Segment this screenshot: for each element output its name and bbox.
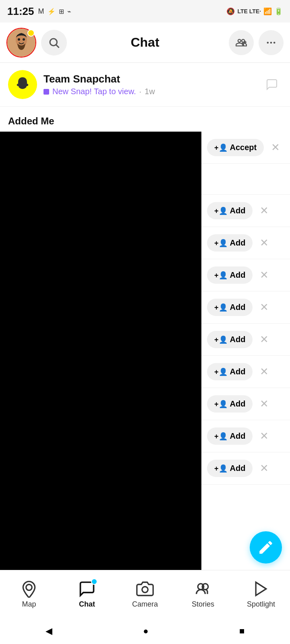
battery-icon: 🔋 <box>274 7 283 16</box>
home-button[interactable]: ● <box>143 626 148 636</box>
camera-nav-label: Camera <box>132 600 158 609</box>
stories-icon-wrap <box>194 580 212 598</box>
back-button[interactable]: ◀ <box>46 626 52 636</box>
blacked-out-profiles <box>0 132 201 582</box>
snapchat-ghost-icon <box>13 75 32 94</box>
add-friend-icon-small: +👤 <box>214 143 228 152</box>
camera-icon-wrap <box>136 580 154 598</box>
compose-fab-button[interactable] <box>250 531 282 564</box>
search-button[interactable] <box>41 30 67 56</box>
table-row: +👤 Add ✕ <box>201 195 290 227</box>
stories-nav-label: Stories <box>192 600 214 609</box>
add-friend-icon-small: +👤 <box>214 432 228 441</box>
team-snapchat-name: Team Snapchat <box>44 73 262 85</box>
header-actions <box>229 30 284 55</box>
add-button-7[interactable]: +👤 Add <box>207 395 253 413</box>
chat-bubble-icon <box>265 78 278 91</box>
team-snapchat-row[interactable]: Team Snapchat New Snap! Tap to view. · 1… <box>0 63 290 107</box>
nav-item-spotlight[interactable]: Spotlight <box>232 580 290 609</box>
content-area: +👤 Accept ✕ +👤 Add ✕ +👤 Add ✕ +👤 <box>0 132 290 582</box>
search-icon <box>48 37 60 49</box>
svg-point-12 <box>142 587 148 593</box>
svg-marker-15 <box>256 582 266 596</box>
add-friend-button[interactable] <box>229 30 254 55</box>
add-friend-icon-small: +👤 <box>214 239 228 248</box>
map-icon <box>20 580 38 598</box>
lte-icon: LTE LTE· <box>237 8 261 14</box>
friend-requests-area: +👤 Accept ✕ +👤 Add ✕ +👤 Add ✕ +👤 <box>201 132 290 485</box>
table-row: +👤 Add ✕ <box>201 420 290 452</box>
messenger-icon: ⚡ <box>48 8 56 15</box>
dismiss-button-8[interactable]: ✕ <box>257 428 272 444</box>
svg-point-9 <box>270 41 272 43</box>
snap-time: 1w <box>145 87 155 96</box>
add-label-8: Add <box>230 431 246 441</box>
teams-icon: ⊞ <box>59 8 64 15</box>
add-friend-icon-small: +👤 <box>214 400 228 409</box>
add-button-5[interactable]: +👤 Add <box>207 331 253 348</box>
spotlight-nav-label: Spotlight <box>247 600 275 609</box>
add-friend-icon <box>236 37 247 48</box>
add-friend-icon-small: +👤 <box>214 303 228 312</box>
table-row: +👤 Add ✕ <box>201 259 290 291</box>
status-left-icons: M ⚡ ⊞ ⌁ <box>38 7 71 16</box>
nav-item-stories[interactable]: Stories <box>174 580 232 609</box>
team-snapchat-sub: New Snap! Tap to view. · 1w <box>44 87 262 96</box>
svg-point-3 <box>23 38 25 41</box>
add-label-1: Add <box>230 206 246 215</box>
nav-item-map[interactable]: Map <box>0 580 58 609</box>
snapchat-chat-icon-button[interactable] <box>262 74 282 95</box>
table-row: +👤 Add ✕ <box>201 291 290 324</box>
dismiss-button-2[interactable]: ✕ <box>257 235 272 251</box>
dismiss-button-3[interactable]: ✕ <box>257 267 272 283</box>
add-button-4[interactable]: +👤 Add <box>207 299 253 316</box>
add-button-9[interactable]: +👤 Add <box>207 460 253 477</box>
map-icon-wrap <box>20 580 38 598</box>
user-avatar[interactable] <box>6 28 36 58</box>
stories-icon <box>194 580 212 598</box>
add-label-3: Add <box>230 270 246 280</box>
accept-label: Accept <box>230 143 257 152</box>
gmail-icon: M <box>38 7 44 16</box>
more-options-button[interactable] <box>259 30 284 55</box>
add-button-6[interactable]: +👤 Add <box>207 363 253 380</box>
table-row: +👤 Add ✕ <box>201 452 290 485</box>
add-friend-icon-small: +👤 <box>214 271 228 280</box>
svg-point-11 <box>26 584 32 590</box>
dismiss-button-4[interactable]: ✕ <box>257 299 272 315</box>
dismiss-button-1[interactable]: ✕ <box>257 203 272 219</box>
add-friend-icon-small: +👤 <box>214 335 228 344</box>
dismiss-button-9[interactable]: ✕ <box>257 460 272 476</box>
accept-button[interactable]: +👤 Accept <box>207 139 264 156</box>
add-label-7: Add <box>230 399 246 409</box>
snap-indicator-dot <box>44 89 49 95</box>
add-label-2: Add <box>230 238 246 248</box>
dismiss-button-0[interactable]: ✕ <box>268 140 283 155</box>
status-left: 11:25 M ⚡ ⊞ ⌁ <box>7 5 71 18</box>
add-friend-icon-small: +👤 <box>214 464 228 473</box>
nav-item-camera[interactable]: Camera <box>116 580 174 609</box>
table-row: +👤 Add ✕ <box>201 356 290 388</box>
added-me-section-label: Added Me <box>0 107 290 132</box>
dismiss-button-6[interactable]: ✕ <box>257 364 272 380</box>
status-time: 11:25 <box>7 5 34 18</box>
table-row: +👤 Accept ✕ <box>201 132 290 164</box>
usb-icon: ⌁ <box>67 8 71 15</box>
add-button-2[interactable]: +👤 Add <box>207 234 253 252</box>
recent-apps-button[interactable]: ■ <box>239 626 244 636</box>
spotlight-icon-wrap <box>252 580 270 598</box>
nav-item-chat[interactable]: Chat <box>58 580 116 609</box>
add-button-8[interactable]: +👤 Add <box>207 427 253 445</box>
dismiss-button-7[interactable]: ✕ <box>257 396 272 412</box>
map-nav-label: Map <box>22 600 36 609</box>
table-row: +👤 Add ✕ <box>201 388 290 420</box>
dismiss-button-5[interactable]: ✕ <box>257 332 272 347</box>
chat-header: Chat <box>0 23 290 63</box>
status-right: 🔕 LTE LTE· 📶 🔋 <box>226 7 283 16</box>
add-friend-icon-small: +👤 <box>214 367 228 376</box>
svg-point-8 <box>267 41 269 43</box>
more-options-icon <box>265 37 277 48</box>
add-button-3[interactable]: +👤 Add <box>207 266 253 284</box>
add-button-1[interactable]: +👤 Add <box>207 202 253 219</box>
table-row: +👤 Add ✕ <box>201 227 290 259</box>
